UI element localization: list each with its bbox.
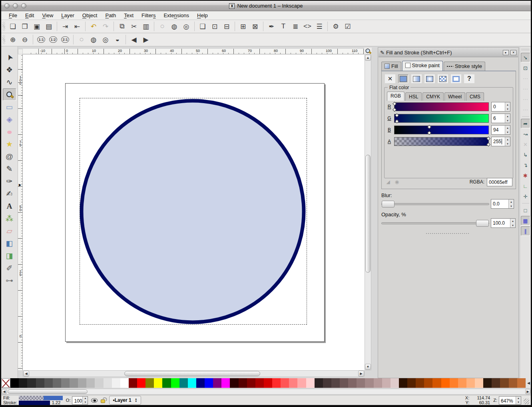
zoom-drawing-button[interactable]: ◍	[88, 34, 100, 45]
palette-swatch[interactable]	[458, 378, 466, 388]
document-new-button[interactable]: ❏	[7, 21, 19, 32]
palette-swatch[interactable]	[53, 378, 61, 388]
menu-help[interactable]: Help	[193, 12, 211, 19]
palette-swatch[interactable]	[255, 378, 264, 388]
menu-edit[interactable]: Edit	[22, 12, 38, 19]
palette-swatch[interactable]	[306, 378, 315, 388]
export-button[interactable]: ⇤	[71, 21, 83, 32]
palette-swatch[interactable]	[154, 378, 162, 388]
palette-swatch[interactable]	[213, 378, 221, 388]
a-slider[interactable]	[394, 137, 489, 146]
palette-swatch[interactable]	[145, 378, 154, 388]
palette-swatch[interactable]	[500, 378, 508, 388]
eyedropper-icon[interactable]: ◢	[385, 179, 391, 185]
palette-swatch[interactable]	[120, 378, 129, 388]
b-slider[interactable]	[394, 126, 489, 134]
palette-swatch[interactable]	[104, 378, 112, 388]
ungroup-button[interactable]: ⊠	[249, 21, 261, 32]
scroll-left-arrow[interactable]: ◀	[2, 389, 7, 394]
tweak-tool[interactable]: ∿	[3, 76, 16, 88]
palette-swatch[interactable]	[441, 378, 450, 388]
snap-guides-button[interactable]: ∥	[521, 226, 530, 236]
document-print-button[interactable]: ▤	[43, 21, 55, 32]
palette-swatch[interactable]	[407, 378, 416, 388]
cut-button[interactable]: ✂	[128, 21, 140, 32]
create-clone-button[interactable]: ⊡	[209, 21, 221, 32]
palette-swatch[interactable]	[509, 378, 517, 388]
palette-swatch[interactable]	[247, 378, 255, 388]
colortab-hsl[interactable]: HSL	[405, 92, 422, 101]
menu-path[interactable]: Path	[102, 12, 120, 19]
menu-layer[interactable]: Layer	[58, 12, 78, 19]
slider-marker[interactable]	[427, 131, 431, 135]
palette-swatch[interactable]	[162, 378, 171, 388]
zoom-selection-button[interactable]: ◌	[76, 34, 88, 45]
snap-midpoints-button[interactable]: ✱	[521, 171, 530, 180]
vertical-scrollbar[interactable]: ▲ ▼	[365, 54, 371, 370]
paint-bucket-tool[interactable]: ◧	[3, 237, 16, 249]
star-tool[interactable]: ★	[3, 138, 16, 150]
snap-paths-button[interactable]: ↝	[521, 129, 530, 139]
text-dialog-button[interactable]: T	[277, 21, 289, 32]
palette-swatch[interactable]	[95, 378, 103, 388]
colortab-rgb[interactable]: RGB	[387, 92, 404, 101]
layer-selector[interactable]: •Layer 1 ▲▼	[109, 396, 141, 405]
palette-swatch[interactable]	[129, 378, 137, 388]
palette-swatch[interactable]	[205, 378, 213, 388]
paste-button[interactable]: ▥	[140, 21, 152, 32]
paint-unknown-button[interactable]: ?	[464, 74, 474, 83]
connector-tool[interactable]: ⊶	[3, 274, 16, 287]
snap-cusp-nodes-button[interactable]: ↳	[521, 150, 530, 160]
tab-stroke-paint[interactable]: Stroke paint	[402, 61, 443, 71]
palette-swatch[interactable]	[264, 378, 272, 388]
zoom-previous-button[interactable]: ◀	[128, 34, 140, 45]
spray-tool[interactable]: ⁂	[3, 212, 16, 225]
colortab-wheel[interactable]: Wheel	[444, 92, 465, 101]
palette-swatch[interactable]	[281, 378, 289, 388]
opacity-slider-thumb[interactable]	[476, 220, 489, 227]
snap-line-midpoints-button[interactable]: ∟	[521, 181, 530, 191]
dropper-tool[interactable]: ✐	[3, 262, 16, 274]
unlink-clone-button[interactable]: ⊟	[221, 21, 233, 32]
import-button[interactable]: ⇥	[59, 21, 71, 32]
panel-close-button[interactable]: ✕	[510, 50, 516, 55]
palette-swatch[interactable]	[221, 378, 230, 388]
calligraphy-tool[interactable]: ✍	[3, 188, 16, 200]
slider-marker[interactable]	[395, 114, 399, 118]
menu-view[interactable]: View	[38, 12, 57, 19]
zoom-to-page-button[interactable]: ◎	[180, 21, 192, 32]
scroll-right-arrow[interactable]: ▶	[525, 389, 530, 394]
palette-swatch[interactable]	[289, 378, 297, 388]
snap-enable-button[interactable]: ➘	[521, 53, 530, 62]
menu-extensions[interactable]: Extensions	[160, 12, 193, 19]
cms-icon[interactable]: ◉	[394, 179, 400, 185]
zoom-page-button[interactable]: ◎	[100, 34, 112, 45]
colortab-cmyk[interactable]: CMYK	[422, 92, 444, 101]
spin-arrows[interactable]: ▲▼	[516, 397, 521, 404]
rgba-entry[interactable]: 00065eff	[487, 178, 512, 186]
menu-filters[interactable]: Filters	[138, 12, 159, 19]
duplicate-button[interactable]: ❑	[197, 21, 209, 32]
snap-others-button[interactable]: ✛	[521, 192, 530, 201]
zoom-spinbox[interactable]: 647% ▲▼	[499, 396, 521, 405]
paint-radial-gradient-button[interactable]	[424, 74, 435, 83]
palette-swatch[interactable]	[340, 378, 348, 388]
palette-swatch[interactable]	[466, 378, 475, 388]
pen-tool[interactable]: ✑	[3, 175, 16, 188]
palette-swatch[interactable]	[374, 378, 382, 388]
blur-slider-thumb[interactable]	[382, 201, 395, 207]
vertical-scroll-thumb[interactable]	[365, 155, 371, 273]
slider-marker[interactable]	[486, 143, 490, 147]
g-slider[interactable]	[394, 114, 489, 123]
paint-swatch-button[interactable]	[451, 74, 461, 83]
slider-marker[interactable]	[395, 120, 399, 124]
horizontal-scrollbar[interactable]: ◀ ▶	[23, 370, 365, 377]
colortab-cms[interactable]: CMS	[466, 92, 484, 101]
a-spinbox[interactable]: 255▲▼	[491, 137, 510, 146]
canvas[interactable]	[23, 54, 365, 370]
paint-linear-gradient-button[interactable]	[411, 74, 422, 83]
spin-arrows[interactable]: ▲▼	[505, 137, 510, 146]
paint-flat-button[interactable]	[398, 74, 408, 83]
palette-swatch[interactable]	[399, 378, 407, 388]
snap-smooth-nodes-button[interactable]: ↴	[521, 160, 530, 170]
